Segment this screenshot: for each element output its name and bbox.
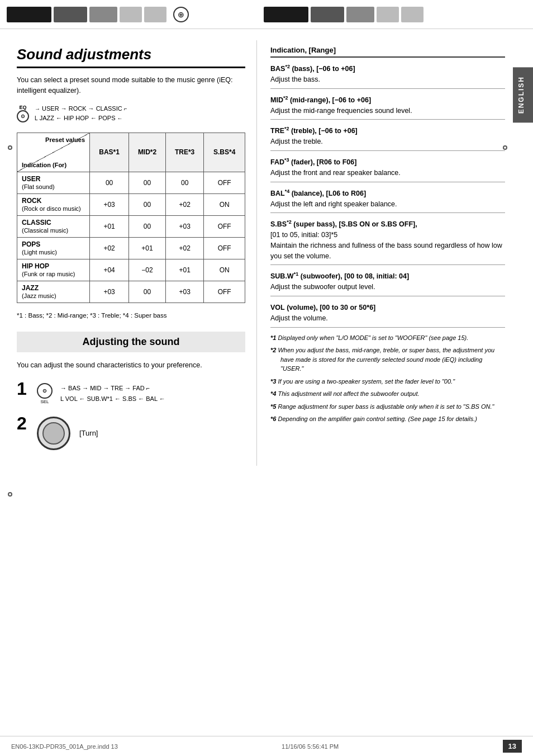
footnote-item: *5 Range adjustment for super bass is ad…	[270, 402, 505, 412]
entry-title: BAS*2 (bass), [−06 to +06]	[270, 63, 505, 74]
bar-decoration	[346, 7, 374, 22]
row-sbs: OFF	[204, 215, 245, 237]
row-tre: +03	[165, 281, 203, 303]
preset-table: Preset values Indication (For) BAS*1 MID…	[17, 133, 245, 303]
table-row: POPS (Light music) +02 +01 +02 OFF	[17, 237, 245, 259]
file-info: EN06-13KD-PDR35_001A_pre.indd 13	[11, 743, 118, 750]
footnote-item: *4 This adjustment will not affect the s…	[270, 389, 505, 399]
entry-desc: Adjust the subwoofer output level.	[270, 282, 505, 292]
table-row: USER (Flat sound) 00 00 00 OFF	[17, 172, 245, 193]
row-sbs: OFF	[204, 281, 245, 303]
row-sbs: OFF	[204, 237, 245, 259]
indication-for-label: Indication (For)	[22, 162, 66, 168]
entry-desc: Adjust the bass.	[270, 74, 505, 85]
bar-decoration	[264, 7, 308, 22]
row-name: ROCK (Rock or disco music)	[17, 193, 90, 215]
table-row: HIP HOP (Funk or rap music) +04 −02 +01 …	[17, 259, 245, 281]
bar-decoration	[7, 7, 51, 22]
bar-decoration	[144, 7, 166, 22]
step-1-number: 1	[17, 380, 30, 398]
cycle-bottom: L JAZZ ← HIP HOP ← POPS ←	[35, 114, 127, 124]
indication-entry: SUB.W*1 (subwoofer), [00 to 08, initial:…	[270, 271, 505, 296]
indication-entry: S.BS*2 (super bass), [S.BS ON or S.BS OF…	[270, 219, 505, 265]
bar-decoration	[377, 7, 399, 22]
step1-cycle: → BAS → MID → TRE → FAD ⌐ L VOL ← SUB.W*…	[60, 383, 165, 404]
adjust-intro: You can adjust the sound characteristics…	[17, 360, 245, 371]
entry-desc: Adjust the treble.	[270, 136, 505, 147]
step-2-number: 2	[17, 414, 30, 432]
col-bas-header: BAS*1	[90, 133, 129, 172]
entry-title: FAD*3 (fader), [R06 to F06]	[270, 157, 505, 168]
row-sbs: ON	[204, 193, 245, 215]
knob-inner	[42, 422, 65, 445]
bar-decoration	[120, 7, 142, 22]
row-bas: +03	[90, 193, 129, 215]
row-mid: −02	[129, 259, 166, 281]
row-tre: +02	[165, 237, 203, 259]
step-2-content: [Turn]	[37, 414, 245, 450]
eq-diagram: EQ ⊙ → USER → ROCK → CLASSIC ⌐ L JAZZ ← …	[17, 104, 245, 124]
row-tre: +02	[165, 193, 203, 215]
col-mid-header: MID*2	[129, 133, 166, 172]
indication-title: Indication, [Range]	[270, 46, 505, 58]
row-mid: 00	[129, 172, 166, 193]
step-2: 2 [Turn]	[17, 414, 245, 450]
row-tre: +01	[165, 259, 203, 281]
sel-label: SEL	[40, 399, 49, 404]
step-1-content: ⊙ SEL → BAS → MID → TRE → FAD ⌐ L VOL ← …	[37, 380, 245, 404]
diag-header-cell: Preset values Indication (For)	[17, 133, 90, 172]
indication-entry: TRE*2 (treble), [−06 to +06]Adjust the t…	[270, 125, 505, 151]
bottom-bar: EN06-13KD-PDR35_001A_pre.indd 13 11/16/0…	[0, 736, 533, 756]
intro-text: You can select a preset sound mode suita…	[17, 75, 245, 96]
row-tre: 00	[165, 172, 203, 193]
row-name: CLASSIC (Classical music)	[17, 215, 90, 237]
right-column: Indication, [Range] BAS*2 (bass), [−06 t…	[257, 40, 533, 466]
row-mid: 00	[129, 281, 166, 303]
row-name: HIP HOP (Funk or rap music)	[17, 259, 90, 281]
left-column: Sound adjustments You can select a prese…	[0, 40, 257, 466]
top-bar-left: ⊕	[0, 0, 257, 29]
entry-title: S.BS*2 (super bass), [S.BS ON or S.BS OF…	[270, 219, 505, 230]
bar-decoration	[89, 7, 117, 22]
main-content: Sound adjustments You can select a prese…	[0, 29, 533, 477]
entry-desc: Adjust the front and rear speaker balanc…	[270, 168, 505, 178]
entry-title: BAL*4 (balance), [L06 to R06]	[270, 188, 505, 199]
sel-circle-icon: ⊙	[37, 383, 53, 399]
preset-values-label: Preset values	[45, 136, 85, 143]
row-bas: +04	[90, 259, 129, 281]
row-bas: +03	[90, 281, 129, 303]
bar-decoration	[401, 7, 423, 22]
entry-range2: [01 to 05, initial: 03]*5	[270, 230, 505, 240]
indication-entries: BAS*2 (bass), [−06 to +06]Adjust the bas…	[270, 63, 505, 328]
row-sbs: OFF	[204, 172, 245, 193]
turn-label: [Turn]	[79, 429, 98, 437]
adjust-section-title: Adjusting the sound	[17, 332, 245, 352]
entry-title: VOL (volume), [00 to 30 or 50*6]	[270, 302, 505, 313]
compass-icon: ⊕	[173, 7, 189, 22]
indication-entry: FAD*3 (fader), [R06 to F06]Adjust the fr…	[270, 157, 505, 182]
row-bas: +01	[90, 215, 129, 237]
step1-cycle-bottom: L VOL ← SUB.W*1 ← S.BS ← BAL ←	[60, 394, 165, 404]
row-bas: +02	[90, 237, 129, 259]
footnotes: *1 Displayed only when "L/O MODE" is set…	[270, 333, 505, 424]
row-mid: +01	[129, 237, 166, 259]
row-name: POPS (Light music)	[17, 237, 90, 259]
step-1: 1 ⊙ SEL → BAS → MID → TRE → FAD ⌐ L	[17, 380, 245, 404]
sel-button: ⊙ SEL	[37, 383, 53, 404]
row-bas: 00	[90, 172, 129, 193]
page-title: Sound adjustments	[17, 46, 245, 68]
row-mid: 00	[129, 193, 166, 215]
table-footnote: *1 : Bass; *2 : Mid-range; *3 : Treble; …	[17, 311, 245, 320]
bar-decoration	[311, 7, 344, 22]
col-sbs-header: S.BS*4	[204, 133, 245, 172]
row-name: USER (Flat sound)	[17, 172, 90, 193]
entry-title: TRE*2 (treble), [−06 to +06]	[270, 125, 505, 136]
top-bar: ⊕	[0, 0, 533, 29]
row-tre: +03	[165, 215, 203, 237]
table-row: CLASSIC (Classical music) +01 00 +03 OFF	[17, 215, 245, 237]
page-number: 13	[503, 740, 522, 753]
row-sbs: ON	[204, 259, 245, 281]
timestamp: 11/16/06 5:56:41 PM	[282, 743, 339, 750]
bar-decoration	[54, 7, 87, 22]
margin-mark-left2	[8, 492, 12, 497]
